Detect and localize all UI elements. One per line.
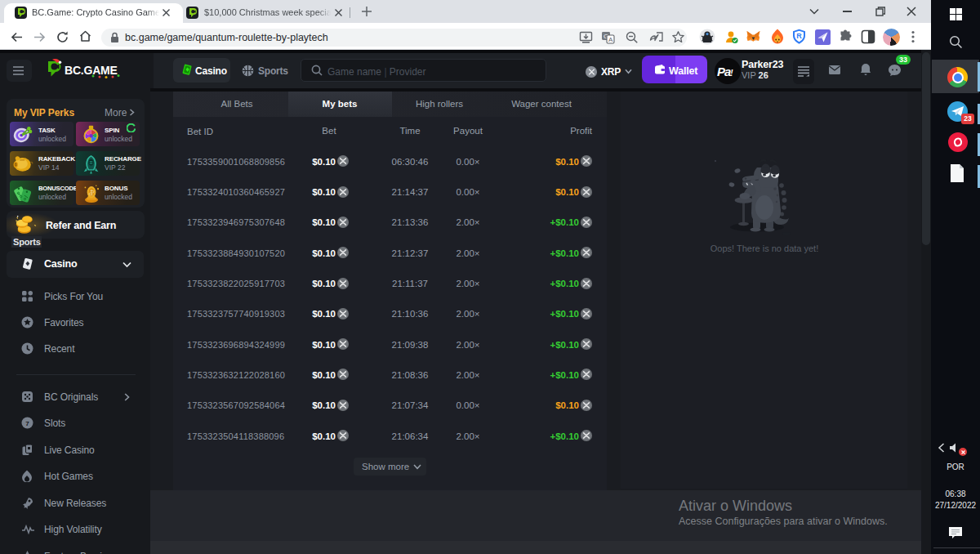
svg-text:R: R: [796, 32, 802, 40]
svg-text:A: A: [608, 36, 613, 43]
svg-text:7: 7: [25, 420, 29, 427]
